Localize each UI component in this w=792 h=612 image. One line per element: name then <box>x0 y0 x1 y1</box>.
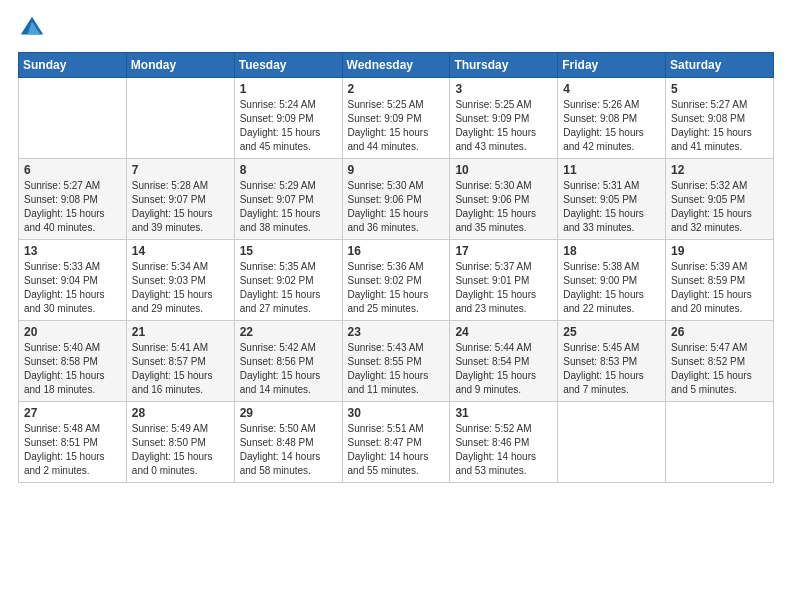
day-info: Sunrise: 5:47 AM Sunset: 8:52 PM Dayligh… <box>671 341 768 397</box>
day-info: Sunrise: 5:34 AM Sunset: 9:03 PM Dayligh… <box>132 260 229 316</box>
day-cell: 17Sunrise: 5:37 AM Sunset: 9:01 PM Dayli… <box>450 240 558 321</box>
day-number: 20 <box>24 325 121 339</box>
day-number: 21 <box>132 325 229 339</box>
day-info: Sunrise: 5:31 AM Sunset: 9:05 PM Dayligh… <box>563 179 660 235</box>
day-info: Sunrise: 5:27 AM Sunset: 9:08 PM Dayligh… <box>671 98 768 154</box>
day-info: Sunrise: 5:49 AM Sunset: 8:50 PM Dayligh… <box>132 422 229 478</box>
day-cell: 8Sunrise: 5:29 AM Sunset: 9:07 PM Daylig… <box>234 159 342 240</box>
day-info: Sunrise: 5:45 AM Sunset: 8:53 PM Dayligh… <box>563 341 660 397</box>
day-number: 27 <box>24 406 121 420</box>
day-info: Sunrise: 5:43 AM Sunset: 8:55 PM Dayligh… <box>348 341 445 397</box>
page: SundayMondayTuesdayWednesdayThursdayFrid… <box>0 0 792 612</box>
day-cell: 12Sunrise: 5:32 AM Sunset: 9:05 PM Dayli… <box>666 159 774 240</box>
day-header-thursday: Thursday <box>450 53 558 78</box>
day-number: 9 <box>348 163 445 177</box>
day-header-sunday: Sunday <box>19 53 127 78</box>
day-info: Sunrise: 5:26 AM Sunset: 9:08 PM Dayligh… <box>563 98 660 154</box>
day-cell: 31Sunrise: 5:52 AM Sunset: 8:46 PM Dayli… <box>450 402 558 483</box>
day-number: 23 <box>348 325 445 339</box>
day-number: 1 <box>240 82 337 96</box>
day-info: Sunrise: 5:52 AM Sunset: 8:46 PM Dayligh… <box>455 422 552 478</box>
day-number: 16 <box>348 244 445 258</box>
day-number: 19 <box>671 244 768 258</box>
day-cell: 10Sunrise: 5:30 AM Sunset: 9:06 PM Dayli… <box>450 159 558 240</box>
day-cell: 15Sunrise: 5:35 AM Sunset: 9:02 PM Dayli… <box>234 240 342 321</box>
day-info: Sunrise: 5:27 AM Sunset: 9:08 PM Dayligh… <box>24 179 121 235</box>
day-number: 14 <box>132 244 229 258</box>
day-cell <box>19 78 127 159</box>
day-info: Sunrise: 5:38 AM Sunset: 9:00 PM Dayligh… <box>563 260 660 316</box>
day-number: 28 <box>132 406 229 420</box>
day-number: 30 <box>348 406 445 420</box>
day-cell: 11Sunrise: 5:31 AM Sunset: 9:05 PM Dayli… <box>558 159 666 240</box>
day-header-monday: Monday <box>126 53 234 78</box>
day-info: Sunrise: 5:30 AM Sunset: 9:06 PM Dayligh… <box>455 179 552 235</box>
day-number: 26 <box>671 325 768 339</box>
logo <box>18 14 50 42</box>
day-cell: 22Sunrise: 5:42 AM Sunset: 8:56 PM Dayli… <box>234 321 342 402</box>
day-cell: 1Sunrise: 5:24 AM Sunset: 9:09 PM Daylig… <box>234 78 342 159</box>
day-cell: 27Sunrise: 5:48 AM Sunset: 8:51 PM Dayli… <box>19 402 127 483</box>
day-info: Sunrise: 5:33 AM Sunset: 9:04 PM Dayligh… <box>24 260 121 316</box>
day-number: 3 <box>455 82 552 96</box>
day-cell: 26Sunrise: 5:47 AM Sunset: 8:52 PM Dayli… <box>666 321 774 402</box>
day-info: Sunrise: 5:37 AM Sunset: 9:01 PM Dayligh… <box>455 260 552 316</box>
day-number: 8 <box>240 163 337 177</box>
day-cell: 25Sunrise: 5:45 AM Sunset: 8:53 PM Dayli… <box>558 321 666 402</box>
day-number: 7 <box>132 163 229 177</box>
day-cell: 14Sunrise: 5:34 AM Sunset: 9:03 PM Dayli… <box>126 240 234 321</box>
day-cell: 23Sunrise: 5:43 AM Sunset: 8:55 PM Dayli… <box>342 321 450 402</box>
day-cell: 20Sunrise: 5:40 AM Sunset: 8:58 PM Dayli… <box>19 321 127 402</box>
day-info: Sunrise: 5:41 AM Sunset: 8:57 PM Dayligh… <box>132 341 229 397</box>
day-info: Sunrise: 5:28 AM Sunset: 9:07 PM Dayligh… <box>132 179 229 235</box>
day-cell: 28Sunrise: 5:49 AM Sunset: 8:50 PM Dayli… <box>126 402 234 483</box>
day-cell: 29Sunrise: 5:50 AM Sunset: 8:48 PM Dayli… <box>234 402 342 483</box>
day-header-friday: Friday <box>558 53 666 78</box>
week-row-5: 27Sunrise: 5:48 AM Sunset: 8:51 PM Dayli… <box>19 402 774 483</box>
day-header-tuesday: Tuesday <box>234 53 342 78</box>
logo-icon <box>18 14 46 42</box>
day-number: 24 <box>455 325 552 339</box>
day-cell <box>126 78 234 159</box>
day-number: 22 <box>240 325 337 339</box>
day-cell: 6Sunrise: 5:27 AM Sunset: 9:08 PM Daylig… <box>19 159 127 240</box>
day-cell: 4Sunrise: 5:26 AM Sunset: 9:08 PM Daylig… <box>558 78 666 159</box>
day-info: Sunrise: 5:42 AM Sunset: 8:56 PM Dayligh… <box>240 341 337 397</box>
day-cell <box>666 402 774 483</box>
day-cell: 13Sunrise: 5:33 AM Sunset: 9:04 PM Dayli… <box>19 240 127 321</box>
day-number: 6 <box>24 163 121 177</box>
day-cell <box>558 402 666 483</box>
week-row-4: 20Sunrise: 5:40 AM Sunset: 8:58 PM Dayli… <box>19 321 774 402</box>
day-number: 12 <box>671 163 768 177</box>
calendar-table: SundayMondayTuesdayWednesdayThursdayFrid… <box>18 52 774 483</box>
day-number: 15 <box>240 244 337 258</box>
day-info: Sunrise: 5:50 AM Sunset: 8:48 PM Dayligh… <box>240 422 337 478</box>
day-cell: 7Sunrise: 5:28 AM Sunset: 9:07 PM Daylig… <box>126 159 234 240</box>
day-number: 31 <box>455 406 552 420</box>
day-cell: 21Sunrise: 5:41 AM Sunset: 8:57 PM Dayli… <box>126 321 234 402</box>
day-cell: 30Sunrise: 5:51 AM Sunset: 8:47 PM Dayli… <box>342 402 450 483</box>
day-number: 18 <box>563 244 660 258</box>
day-number: 11 <box>563 163 660 177</box>
day-number: 4 <box>563 82 660 96</box>
day-number: 10 <box>455 163 552 177</box>
day-info: Sunrise: 5:29 AM Sunset: 9:07 PM Dayligh… <box>240 179 337 235</box>
week-row-3: 13Sunrise: 5:33 AM Sunset: 9:04 PM Dayli… <box>19 240 774 321</box>
day-number: 29 <box>240 406 337 420</box>
day-info: Sunrise: 5:32 AM Sunset: 9:05 PM Dayligh… <box>671 179 768 235</box>
header <box>18 14 774 42</box>
day-cell: 3Sunrise: 5:25 AM Sunset: 9:09 PM Daylig… <box>450 78 558 159</box>
day-number: 25 <box>563 325 660 339</box>
day-info: Sunrise: 5:25 AM Sunset: 9:09 PM Dayligh… <box>348 98 445 154</box>
day-number: 5 <box>671 82 768 96</box>
day-info: Sunrise: 5:35 AM Sunset: 9:02 PM Dayligh… <box>240 260 337 316</box>
day-cell: 18Sunrise: 5:38 AM Sunset: 9:00 PM Dayli… <box>558 240 666 321</box>
day-info: Sunrise: 5:24 AM Sunset: 9:09 PM Dayligh… <box>240 98 337 154</box>
day-info: Sunrise: 5:30 AM Sunset: 9:06 PM Dayligh… <box>348 179 445 235</box>
day-cell: 2Sunrise: 5:25 AM Sunset: 9:09 PM Daylig… <box>342 78 450 159</box>
day-header-wednesday: Wednesday <box>342 53 450 78</box>
day-header-saturday: Saturday <box>666 53 774 78</box>
day-info: Sunrise: 5:48 AM Sunset: 8:51 PM Dayligh… <box>24 422 121 478</box>
day-info: Sunrise: 5:44 AM Sunset: 8:54 PM Dayligh… <box>455 341 552 397</box>
day-info: Sunrise: 5:36 AM Sunset: 9:02 PM Dayligh… <box>348 260 445 316</box>
